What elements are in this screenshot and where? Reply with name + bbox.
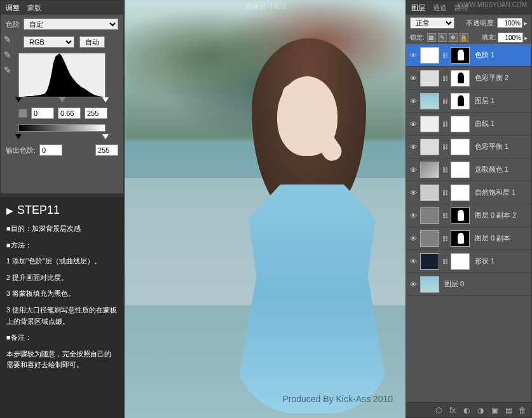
opacity-field[interactable] — [497, 18, 522, 28]
layer-thumb[interactable] — [420, 185, 439, 201]
input-highlight-field[interactable] — [85, 108, 107, 119]
input-shadow-field[interactable] — [31, 108, 54, 119]
layer-thumb[interactable] — [420, 116, 439, 132]
visibility-eye-icon[interactable]: 👁 — [409, 74, 418, 83]
tab-masks[interactable]: 蒙版 — [27, 3, 41, 13]
lock-pixels-icon[interactable]: ✎ — [438, 33, 447, 42]
output-label: 输出色阶: — [6, 146, 36, 155]
layer-row[interactable]: 👁 ⛓ 色彩平衡 2 — [406, 67, 531, 90]
layer-row[interactable]: 👁 ⛓ 曲线 1 — [406, 113, 531, 136]
layer-mask-thumb[interactable] — [451, 185, 470, 201]
link-icon[interactable]: ⛓ — [442, 235, 448, 242]
midtone-slider-icon[interactable] — [59, 97, 65, 102]
layer-row[interactable]: 👁 ⛓ 图层 1 — [406, 90, 531, 113]
chevron-down-icon[interactable]: ▸ — [524, 34, 528, 41]
step-m1: 1 添加"色阶"层（或曲线层）。 — [6, 256, 118, 267]
visibility-eye-icon[interactable]: 👁 — [409, 188, 418, 197]
link-icon[interactable]: ⛓ — [442, 212, 448, 219]
link-icon[interactable]: ⛓ — [442, 121, 448, 127]
layer-row[interactable]: 👁 图层 0 — [406, 273, 531, 296]
link-icon[interactable]: ⛓ — [442, 144, 448, 150]
lock-all-icon[interactable]: 🔒 — [460, 33, 468, 42]
layer-mask-thumb[interactable] — [451, 253, 470, 270]
link-layers-icon[interactable]: ⬡ — [433, 405, 444, 415]
tab-channels[interactable]: 通道 — [433, 3, 447, 13]
layer-mask-thumb[interactable] — [451, 230, 470, 247]
adjustment-layer-icon[interactable]: ◑ — [475, 405, 486, 415]
layer-mask-thumb[interactable] — [451, 116, 470, 132]
opacity-label: 不透明度: — [466, 18, 496, 28]
tab-layers[interactable]: 图层 — [411, 3, 425, 13]
layer-mask-thumb[interactable] — [451, 93, 470, 109]
visibility-eye-icon[interactable]: 👁 — [409, 234, 418, 243]
layer-row[interactable]: 👁 ⛓ 色阶 1 — [406, 44, 531, 67]
highlight-slider-icon[interactable] — [102, 97, 109, 102]
visibility-eye-icon[interactable]: 👁 — [409, 280, 418, 289]
link-icon[interactable]: ⛓ — [442, 75, 448, 81]
layer-thumb[interactable] — [420, 139, 439, 155]
clip-icon[interactable] — [18, 109, 27, 118]
layer-mask-thumb[interactable] — [451, 162, 470, 178]
lock-position-icon[interactable]: ✥ — [449, 33, 458, 42]
layer-mask-thumb[interactable] — [451, 207, 470, 224]
preset-select[interactable]: 自定 — [24, 18, 118, 30]
chevron-down-icon[interactable]: ▸ — [524, 19, 528, 27]
delete-layer-icon[interactable]: 🗑 — [517, 405, 528, 415]
layer-thumb[interactable] — [420, 162, 439, 178]
layer-thumb[interactable] — [420, 70, 439, 87]
layer-row[interactable]: 👁 ⛓ 色彩平衡 1 — [406, 136, 531, 158]
link-icon[interactable]: ⛓ — [442, 52, 448, 59]
layer-thumb[interactable] — [420, 207, 439, 224]
blend-mode-select[interactable]: 正常 — [410, 17, 454, 29]
link-icon[interactable]: ⛓ — [442, 258, 448, 265]
output-sliders[interactable] — [18, 134, 106, 142]
eyedropper-gray-icon[interactable]: ✎ — [4, 50, 14, 60]
visibility-eye-icon[interactable]: 👁 — [409, 51, 418, 60]
output-shadow-field[interactable] — [39, 144, 62, 156]
layer-thumb[interactable] — [420, 47, 439, 64]
link-icon[interactable]: ⛓ — [442, 98, 448, 104]
layer-mask-thumb[interactable] — [451, 70, 470, 87]
eyedropper-black-icon[interactable]: ✎ — [4, 34, 14, 45]
visibility-eye-icon[interactable]: 👁 — [409, 143, 418, 151]
add-mask-icon[interactable]: ◐ — [461, 405, 472, 415]
visibility-eye-icon[interactable]: 👁 — [409, 120, 418, 129]
link-icon[interactable]: ⛓ — [442, 190, 448, 196]
input-mid-field[interactable] — [58, 108, 81, 119]
visibility-eye-icon[interactable]: 👁 — [409, 165, 418, 174]
layer-thumb[interactable] — [420, 93, 439, 109]
layer-name-label: 图层 0 副本 2 — [475, 211, 529, 220]
layer-row[interactable]: 👁 ⛓ 图层 0 副本 — [406, 227, 531, 250]
step-note: 本步骤较为随意，完全按照自己的需要和喜好去绘制即可。 — [6, 349, 118, 371]
layer-row[interactable]: 👁 ⛓ 选取颜色 1 — [406, 158, 531, 181]
layer-mask-thumb[interactable] — [451, 47, 470, 64]
output-highlight-slider-icon[interactable] — [102, 134, 109, 139]
tab-adjustments[interactable]: 调整 — [6, 3, 20, 13]
layer-thumb[interactable] — [420, 253, 439, 270]
layer-thumb[interactable] — [420, 230, 439, 247]
shadow-slider-icon[interactable] — [15, 97, 22, 102]
layer-thumb[interactable] — [420, 276, 439, 293]
new-layer-icon[interactable]: ▤ — [503, 405, 514, 415]
auto-button[interactable]: 自动 — [79, 36, 105, 48]
fx-icon[interactable]: fx — [447, 405, 458, 415]
visibility-eye-icon[interactable]: 👁 — [409, 211, 418, 220]
lock-transparency-icon[interactable]: ▦ — [427, 33, 436, 42]
channel-select[interactable]: RGB — [24, 36, 74, 48]
layer-row[interactable]: 👁 ⛓ 自然饱和度 1 — [406, 181, 531, 204]
step-note-header: ■备注： — [6, 332, 118, 344]
input-sliders[interactable] — [18, 97, 106, 105]
output-highlight-field[interactable] — [95, 144, 118, 156]
eyedropper-white-icon[interactable]: ✎ — [4, 65, 14, 75]
link-icon[interactable]: ⛓ — [442, 167, 448, 173]
output-shadow-slider-icon[interactable] — [15, 134, 22, 139]
visibility-eye-icon[interactable]: 👁 — [409, 257, 418, 266]
visibility-eye-icon[interactable]: 👁 — [409, 97, 418, 106]
layer-list: 👁 ⛓ 色阶 1 👁 ⛓ 色彩平衡 2 👁 ⛓ 图层 1 👁 ⛓ 曲线 1 👁 … — [406, 44, 531, 400]
fill-field[interactable] — [498, 32, 523, 43]
layer-row[interactable]: 👁 ⛓ 形状 1 — [406, 250, 531, 273]
new-group-icon[interactable]: ▣ — [489, 405, 500, 415]
layers-panel: 图层 通道 路径 正常 不透明度: ▸ 锁定: ▦ ✎ ✥ 🔒 填充: — [406, 0, 532, 418]
layer-mask-thumb[interactable] — [451, 139, 470, 155]
layer-row[interactable]: 👁 ⛓ 图层 0 副本 2 — [406, 204, 531, 227]
